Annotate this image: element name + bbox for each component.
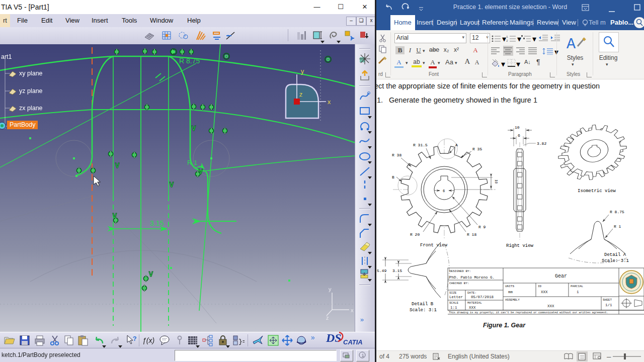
sketch-dimension-r875[interactable]: R 8.75 [179,57,200,65]
menu-start[interactable]: rt [0,14,10,27]
shrink-font-button[interactable]: A [473,59,481,66]
toolbar-overflow-chevron[interactable]: » [311,333,315,341]
ribbon-display-options-button[interactable] [582,4,589,13]
highlight-dropdown[interactable]: ▾ [423,60,425,65]
grid-icon[interactable] [160,29,173,42]
font-color-dropdown[interactable]: ▾ [438,60,440,65]
highlight-button[interactable]: ab [412,58,422,67]
paste-icon[interactable] [76,334,90,347]
menu-file[interactable]: File [15,14,30,27]
change-case-dropdown[interactable]: ▾ [455,60,457,65]
decrease-indent-button[interactable] [538,34,548,43]
compass-handle[interactable] [294,99,300,105]
sort-button[interactable]: A↓ [524,59,531,65]
comment-icon[interactable] [158,334,171,347]
text-effects-dropdown[interactable]: ▾ [406,60,408,65]
ellipse-tool-icon[interactable] [358,150,371,163]
increase-indent-button[interactable] [550,34,560,43]
page-indicator[interactable]: of 4 [379,353,389,360]
underline-button[interactable]: U [415,46,423,54]
tell-me-box[interactable]: Tell m [588,15,607,30]
text-effects-button[interactable]: A [394,58,404,68]
catia-maximize-button[interactable]: ☐ [333,2,348,12]
whats-this-icon[interactable]: ? [125,334,138,347]
dimensional-constraints-icon[interactable] [224,29,237,42]
exit-workbench-icon[interactable] [358,69,371,82]
tree-item-partbody[interactable]: PartBody [7,121,38,129]
save-icon[interactable] [18,334,31,347]
proofing-status-icon[interactable] [433,353,441,360]
spline-tool-icon[interactable] [358,135,371,148]
geometrical-constraints-icon[interactable] [210,29,223,42]
copy-button[interactable] [378,45,387,55]
mdi-minimize-button[interactable]: – [346,17,356,26]
knowledge-icon[interactable]: }= [231,334,245,347]
sketch-tools-icon[interactable] [358,52,371,65]
animate-constraint-icon[interactable] [358,29,371,42]
superscript-button[interactable]: x² [452,46,461,53]
format-painter-button[interactable] [377,56,387,67]
align-center-button[interactable] [503,46,513,56]
account-name[interactable]: Pablo... [607,15,637,30]
rotate-icon[interactable] [295,334,308,347]
tree-item-yz-plane[interactable]: yz plane [19,87,43,97]
menu-view[interactable]: View [63,14,82,27]
auto-constraint-icon[interactable] [343,29,356,42]
clear-formatting-button[interactable]: A [471,46,480,54]
compass[interactable]: y x z [286,50,331,121]
show-hide-pilcrow-button[interactable]: ¶ [536,58,540,66]
catia-close-button[interactable]: ✕ [357,2,372,12]
word-maximize-button[interactable] [634,4,640,12]
clipboard-dialog-launcher[interactable] [385,72,390,77]
bullets-button[interactable]: ▾ [491,34,506,44]
bold-button[interactable]: B [395,46,405,54]
word-count[interactable]: 275 words [399,353,427,360]
subscript-button[interactable]: x₂ [442,46,451,53]
menu-help[interactable]: Help [185,14,203,27]
shading-button[interactable]: ▾ [491,59,505,69]
tree-item-zx-plane[interactable]: zx plane [19,105,43,114]
zoom-slider-track[interactable] [613,356,641,357]
open-icon[interactable] [3,334,16,347]
justify-button[interactable] [528,47,537,56]
constraint-contact-icon[interactable] [327,29,340,42]
tree-root-part1[interactable]: art1 [1,53,12,62]
menu-window[interactable]: Window [148,14,175,27]
tab-view[interactable]: View [558,15,580,30]
word-document[interactable]: ect the appropriate size of finite eleme… [376,79,644,350]
pan-icon[interactable] [281,334,294,347]
font-color-button[interactable]: A [429,58,437,68]
fly-mode-icon[interactable] [252,334,265,347]
cut-icon[interactable] [48,334,61,347]
construction-elements-icon[interactable] [194,29,207,42]
constraints-box-icon[interactable] [311,29,324,42]
tab-home[interactable]: Home [390,15,415,30]
cut-button[interactable] [378,34,387,44]
catia-viewport[interactable]: V [0,44,375,332]
font-dialog-launcher[interactable] [482,72,487,77]
corner-tool-icon[interactable] [358,212,371,225]
rectangle-tool-icon[interactable] [358,105,371,118]
catia-minimize-button[interactable]: — [309,2,325,12]
grow-font-button[interactable]: A [463,57,472,66]
change-case-button[interactable]: Aa [444,58,455,66]
formula-icon[interactable]: ƒ(x) [142,334,155,347]
word-minimize-button[interactable] [609,7,615,14]
zoom-slider-thumb[interactable] [624,353,626,359]
font-name-combo[interactable]: Arial▾ [394,33,466,43]
mdi-restore-button[interactable]: ❏ [356,17,366,26]
font-size-combo[interactable]: 12▾ [470,33,490,43]
web-layout-button[interactable] [593,352,602,360]
line-tool-icon[interactable] [358,165,371,178]
search-button[interactable] [634,17,644,28]
menu-tools[interactable]: Tools [120,14,139,27]
borders-button[interactable]: ▾ [507,59,520,69]
paragraph-dialog-launcher[interactable] [550,72,555,77]
print-layout-button[interactable] [577,351,588,361]
mirror-tool-icon[interactable] [358,254,371,267]
read-mode-button[interactable] [564,352,574,360]
numbering-button[interactable]: 12▾ [506,34,521,44]
design-table-icon[interactable] [186,334,199,347]
toolbar-overflow-chevron[interactable]: » [360,316,364,323]
strikethrough-button[interactable]: abe [428,46,441,53]
